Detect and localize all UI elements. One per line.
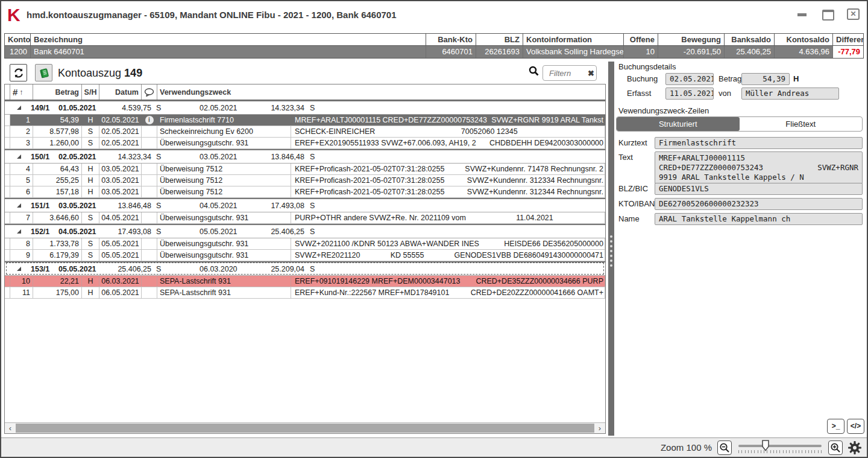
- group-start-date: 01.05.2021: [58, 104, 104, 112]
- col-banksaldo[interactable]: Banksaldo: [725, 34, 775, 45]
- group-start-saldo: 13.846,48: [104, 202, 151, 210]
- zweck-segment-3: CRED+DE35ZZZ00000034666 PURP: [476, 277, 603, 285]
- transaction-sh: S: [82, 126, 99, 137]
- group-end-sh: S: [310, 227, 315, 236]
- statement-group-header[interactable]: 151/103.05.202113.846,48S04.05.202117.49…: [5, 198, 605, 212]
- betrag-field[interactable]: 54,39: [741, 73, 790, 85]
- transaction-description: Überweisungsgutschr. 931: [157, 250, 291, 261]
- transaction-description: SEPA-Lastschrift 931: [157, 287, 291, 298]
- minimize-button[interactable]: [796, 9, 808, 20]
- col-sh[interactable]: S/H: [82, 84, 99, 100]
- erfasst-date-field[interactable]: 11.05.2021: [665, 87, 714, 100]
- statement-number: 149: [124, 67, 142, 79]
- name-field[interactable]: ARAL Tankstelle Kappelmann ch: [655, 213, 863, 225]
- col-comment[interactable]: [142, 84, 157, 100]
- terminal-button[interactable]: >_: [827, 419, 844, 434]
- text-field[interactable]: MREF+ARALTJ00001115 CRED+DE77ZZZ00000753…: [655, 151, 863, 184]
- group-expander-icon[interactable]: [17, 267, 21, 271]
- zoom-out-button[interactable]: [717, 441, 732, 455]
- transaction-verwendungszweck: EREF+EX201905511933 SVWZ+67.006.093, AH1…: [291, 138, 605, 148]
- code-view-button[interactable]: </>: [847, 419, 864, 434]
- statement-group-header[interactable]: 152/104.05.202117.493,08S05.05.202125.40…: [5, 224, 605, 238]
- clear-filter-icon[interactable]: ✖: [588, 69, 594, 78]
- col-bank-kto[interactable]: Bank-Kto: [426, 34, 476, 45]
- settings-button[interactable]: [847, 440, 863, 456]
- transaction-row[interactable]: 154,39H02.05.2021iFirmenlastschrift 7710…: [5, 115, 605, 126]
- transaction-row[interactable]: 81.733,78S05.05.2021Überweisungsgutschr.…: [5, 238, 605, 250]
- group-expander-icon[interactable]: [17, 203, 21, 208]
- group-start-saldo: 25.406,25: [104, 265, 151, 273]
- statement-title: Kontoauszug 149: [58, 67, 142, 80]
- zweck-segment-2: KD 55555: [391, 251, 424, 259]
- transaction-row[interactable]: 31.260,00S02.05.2021Überweisungsgutschr.…: [5, 138, 605, 149]
- blz-bic-field[interactable]: GENODES1VLS: [655, 183, 863, 195]
- scrollbar-thumb[interactable]: [16, 424, 594, 433]
- text-label: Text: [618, 153, 633, 162]
- col-datum[interactable]: Datum: [99, 84, 142, 100]
- transaction-number: 5: [10, 175, 33, 186]
- transaction-description: Überweisung 7512: [157, 175, 291, 186]
- statement-book-button[interactable]: [35, 64, 52, 81]
- slider-track[interactable]: [738, 445, 822, 447]
- statement-group-header[interactable]: 153/105.05.202125.406,25S06.03.202025.20…: [5, 261, 605, 276]
- pane-splitter[interactable]: [608, 62, 614, 436]
- zweck-segment-1: SVWZ+RE2021120: [295, 251, 360, 259]
- zweck-segment-3: CRED+DE20ZZZ00000041666 OAMT+: [471, 288, 603, 297]
- col-bewegung[interactable]: Bewegung: [658, 34, 725, 45]
- col-konto[interactable]: Konto: [5, 34, 31, 45]
- col-offene[interactable]: Offene: [624, 34, 658, 45]
- zoom-in-button[interactable]: [828, 441, 843, 455]
- tab-strukturiert[interactable]: Strukturiert: [617, 117, 740, 131]
- transaction-verwendungszweck: EREF+091019146229 MREF+DEM00003447013CRE…: [291, 276, 605, 287]
- tab-fliesstext[interactable]: Fließtext: [740, 117, 863, 131]
- transaction-datum: 02.05.2021: [99, 138, 142, 148]
- transaction-row[interactable]: 28.577,98S02.05.2021Scheckeinreichung Ev…: [5, 126, 605, 138]
- transaction-verwendungszweck: SVWZ+RE2021120KD 55555GENODES1VBB DE6860…: [291, 250, 605, 261]
- info-icon[interactable]: i: [145, 116, 154, 124]
- transaction-row[interactable]: 6157,18H03.05.2021Überweisung 7512KREF+P…: [5, 186, 605, 198]
- col-bezeichnung[interactable]: Bezeichnung: [31, 34, 426, 45]
- account-row[interactable]: 1200 Bank 6460701 6460701 26261693 Volks…: [4, 46, 864, 59]
- transaction-row[interactable]: 1022,21H06.03.2021SEPA-Lastschrift 931ER…: [5, 276, 605, 287]
- transaction-betrag: 54,39: [33, 115, 82, 126]
- transaction-sh: S: [82, 212, 99, 223]
- col-blz[interactable]: BLZ: [476, 34, 523, 45]
- transaction-datum: 05.05.2021: [99, 238, 142, 249]
- zoom-slider[interactable]: [738, 440, 822, 456]
- col-betrag[interactable]: Betrag: [33, 84, 82, 100]
- zweck-segment-1: KREF+Proficash-2021-05-02T07:31:28:0255: [295, 165, 444, 173]
- transaction-row[interactable]: 11175,00H06.05.2021SEPA-Lastschrift 931E…: [5, 287, 605, 299]
- betrag-sh-flag: H: [793, 74, 799, 83]
- erfasst-von-field[interactable]: Müller Andreas: [741, 87, 839, 100]
- buchung-date-field[interactable]: 02.05.2021: [665, 73, 714, 85]
- transaction-betrag: 22,21: [33, 276, 82, 287]
- transaction-row[interactable]: 5255,25H03.05.2021Überweisung 7512KREF+P…: [5, 175, 605, 186]
- transaction-row[interactable]: 464,43H03.05.2021Überweisung 7512KREF+Pr…: [5, 164, 605, 175]
- kto-iban-field[interactable]: DE62700520600000232323: [655, 198, 863, 210]
- slider-thumb[interactable]: [761, 440, 770, 454]
- account-banksaldo: 25.406,25: [725, 46, 775, 58]
- transaction-betrag: 175,00: [33, 287, 82, 298]
- scroll-right-icon[interactable]: ›: [594, 423, 605, 433]
- transaction-row[interactable]: 73.646,60S04.05.2021Überweisungsgutschr.…: [5, 212, 605, 224]
- col-verwendungszweck[interactable]: Verwendungszweck: [157, 84, 605, 100]
- col-number[interactable]: #↑: [10, 84, 33, 100]
- col-kontosaldo[interactable]: Kontosaldo: [775, 34, 833, 45]
- group-expander-icon[interactable]: [17, 106, 21, 110]
- refresh-button[interactable]: [10, 64, 27, 81]
- maximize-button[interactable]: [822, 9, 834, 20]
- transaction-betrag: 1.260,00: [33, 138, 82, 148]
- col-differenz[interactable]: Differenz: [833, 34, 863, 45]
- kurztext-field[interactable]: Firmenlastschrift: [655, 137, 863, 149]
- transaction-number: 10: [10, 276, 33, 287]
- col-kontoinformation[interactable]: Kontoinformation: [523, 34, 624, 45]
- scroll-left-icon[interactable]: ‹: [5, 423, 16, 433]
- statement-group-header[interactable]: 149/101.05.20214.539,75S02.05.202114.323…: [5, 100, 605, 115]
- close-button[interactable]: ✕: [847, 8, 860, 20]
- horizontal-scrollbar[interactable]: ‹ ›: [5, 422, 605, 433]
- transaction-row[interactable]: 96.179,39S05.05.2021Überweisungsgutschr.…: [5, 250, 605, 261]
- group-expander-icon[interactable]: [17, 229, 21, 234]
- filter-input[interactable]: [548, 68, 588, 78]
- group-expander-icon[interactable]: [17, 154, 21, 159]
- statement-group-header[interactable]: 150/102.05.202114.323,34S03.05.202113.84…: [5, 149, 605, 164]
